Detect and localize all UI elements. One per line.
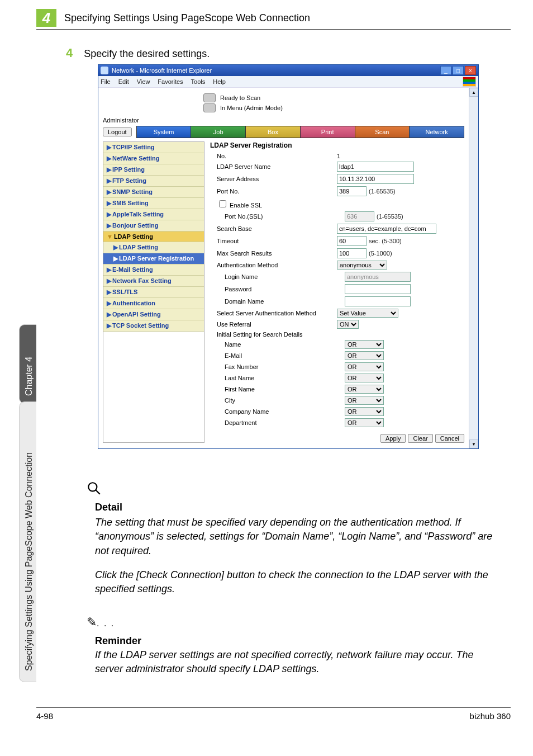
label-attr-city: City	[209, 397, 345, 404]
sidebar-item-ldap-registration[interactable]: ▶LDAP Server Registration	[103, 253, 204, 264]
select-attr-lastname[interactable]: OR	[345, 374, 384, 382]
reminder-dots: . . .	[97, 618, 115, 628]
select-attr-email[interactable]: OR	[345, 351, 384, 360]
tab-job[interactable]: Job	[191, 126, 246, 138]
cancel-button[interactable]: Cancel	[435, 434, 464, 443]
label-search-base: Search Base	[209, 225, 337, 232]
select-attr-fax[interactable]: OR	[345, 362, 384, 371]
logout-button[interactable]: Logout	[103, 127, 132, 136]
sidebar-item-networkfax[interactable]: ▶Network Fax Setting	[103, 276, 204, 287]
sidebar-item-tcpip[interactable]: ▶TCP/IP Setting	[103, 142, 204, 153]
label-auth-method: Authentication Method	[209, 262, 337, 268]
window-title: Network - Microsoft Internet Explorer	[112, 67, 212, 74]
label-max-results: Max Search Results	[209, 250, 337, 257]
sidebar-item-openapi[interactable]: ▶OpenAPI Setting	[103, 309, 204, 320]
input-max-results[interactable]	[337, 248, 367, 258]
printer-icon	[203, 93, 216, 102]
sidebar-item-ldap[interactable]: ▼LDAP Setting	[103, 231, 204, 242]
status-mode: In Menu (Admin Mode)	[220, 105, 283, 111]
sidebar-item-netware[interactable]: ▶NetWare Setting	[103, 153, 204, 164]
label-server-name: LDAP Server Name	[209, 163, 337, 170]
input-port[interactable]	[337, 186, 367, 196]
tab-box[interactable]: Box	[246, 126, 301, 138]
apply-button[interactable]: Apply	[380, 434, 406, 443]
printer-icon	[203, 103, 216, 112]
label-port-ssl: Port No.(SSL)	[209, 213, 345, 220]
tab-scan[interactable]: Scan	[355, 126, 410, 138]
label-attr-department: Department	[209, 419, 345, 426]
sidebar-item-ipp[interactable]: ▶IPP Setting	[103, 164, 204, 176]
checkbox-enable-ssl[interactable]	[219, 200, 226, 207]
sidebar-item-email[interactable]: ▶E-Mail Setting	[103, 264, 204, 276]
input-search-base[interactable]	[337, 224, 436, 234]
sidebar-item-smb[interactable]: ▶SMB Setting	[103, 198, 204, 209]
minimize-button[interactable]: _	[440, 66, 451, 75]
maximize-button[interactable]: □	[453, 66, 464, 75]
select-attr-firstname[interactable]: OR	[345, 385, 384, 394]
side-chapter-label: Chapter 4	[24, 357, 34, 396]
menu-view[interactable]: View	[137, 78, 150, 85]
tab-print[interactable]: Print	[301, 126, 355, 138]
footer-page-number: 4-98	[36, 711, 53, 721]
input-server-name[interactable]	[337, 162, 414, 172]
input-server-addr[interactable]	[337, 174, 414, 184]
select-referral[interactable]: ON	[337, 320, 359, 329]
sidebar-item-appletalk[interactable]: ▶AppleTalk Setting	[103, 209, 204, 220]
page-title: Specifying Settings Using PageScope Web …	[64, 12, 310, 24]
sidebar-item-ftp[interactable]: ▶FTP Setting	[103, 176, 204, 187]
range-max-results: (5-1000)	[369, 250, 392, 257]
tab-network[interactable]: Network	[410, 126, 464, 138]
clear-button[interactable]: Clear	[408, 434, 432, 443]
label-attr-lastname: Last Name	[209, 375, 345, 381]
sidebar-item-authentication[interactable]: ▶Authentication	[103, 298, 204, 309]
label-enable-ssl: Enable SSL	[230, 202, 262, 209]
select-attr-department[interactable]: OR	[345, 418, 384, 427]
input-timeout[interactable]	[337, 236, 367, 246]
menu-help[interactable]: Help	[213, 78, 226, 85]
label-referral: Use Referral	[209, 321, 337, 328]
input-login-name	[345, 272, 411, 282]
label-attr-email: E-Mail	[209, 352, 345, 359]
side-section-label: Specifying Settings Using PageScope Web …	[24, 452, 34, 671]
footer-model: bizhub 360	[470, 711, 511, 721]
label-timeout: Timeout	[209, 238, 337, 244]
detail-heading: Detail	[95, 500, 499, 514]
browser-scrollbar[interactable]: ▲ ▼	[469, 88, 478, 448]
sidebar-item-ssltls[interactable]: ▶SSL/TLS	[103, 287, 204, 298]
label-no: No.	[209, 153, 337, 159]
menu-file[interactable]: File	[101, 78, 111, 85]
sidebar-item-bonjour[interactable]: ▶Bonjour Setting	[103, 220, 204, 231]
menu-edit[interactable]: Edit	[118, 78, 129, 85]
select-select-auth[interactable]: Set Value	[337, 309, 398, 318]
input-port-ssl	[345, 211, 374, 221]
reminder-body: If the LDAP server settings are not spec…	[95, 648, 499, 676]
printer-mode: In Menu (Admin Mode)	[203, 103, 464, 112]
sidebar-item-ldap-setting[interactable]: ▶LDAP Setting	[103, 242, 204, 253]
menu-tools[interactable]: Tools	[191, 78, 206, 85]
page-header: 4 Specifying Settings Using PageScope We…	[36, 7, 511, 30]
menu-favorites[interactable]: Favorites	[158, 78, 183, 85]
select-attr-name[interactable]: OR	[345, 340, 384, 349]
range-port: (1-65535)	[369, 188, 396, 195]
form-title: LDAP Server Registration	[210, 141, 464, 149]
select-attr-city[interactable]: OR	[345, 396, 384, 405]
label-attr-name: Name	[209, 341, 345, 348]
window-titlebar: Network - Microsoft Internet Explorer _ …	[98, 65, 478, 76]
close-button[interactable]: ×	[465, 66, 476, 75]
label-attr-firstname: First Name	[209, 386, 345, 393]
sidebar-item-snmp[interactable]: ▶SNMP Setting	[103, 187, 204, 198]
status-ready: Ready to Scan	[220, 94, 260, 101]
sidebar-item-tcpsocket[interactable]: ▶TCP Socket Setting	[103, 320, 204, 332]
step-text: Specify the desired settings.	[84, 48, 210, 60]
ie-logo-icon	[463, 77, 476, 87]
scroll-down-icon[interactable]: ▼	[469, 440, 478, 448]
input-password[interactable]	[345, 284, 411, 294]
select-auth-method[interactable]: anonymous	[337, 261, 387, 270]
input-domain[interactable]	[345, 296, 411, 306]
label-server-addr: Server Address	[209, 176, 337, 182]
scroll-up-icon[interactable]: ▲	[469, 88, 478, 97]
label-attr-company: Company Name	[209, 408, 345, 415]
reminder-icon: ✎. . .	[87, 615, 115, 630]
tab-system[interactable]: System	[136, 126, 192, 138]
select-attr-company[interactable]: OR	[345, 407, 384, 416]
